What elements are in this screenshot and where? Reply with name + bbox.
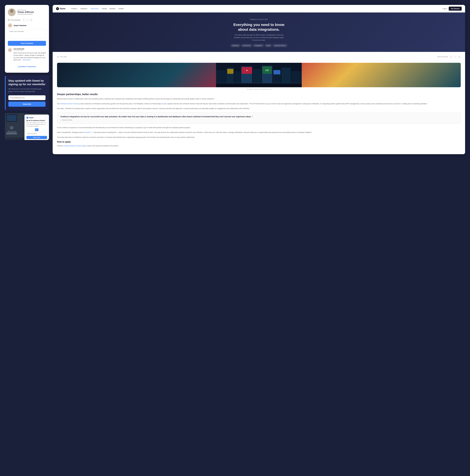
twitter-icon[interactable]: 𝕏 [22,18,25,21]
facebook-share-icon[interactable]: f [453,55,456,58]
newsletter-title: Stay updated with Sweet by signing up fo… [8,79,46,86]
tag-email[interactable]: Email [265,44,272,47]
person-image [5,113,24,137]
facebook-icon[interactable]: f [26,18,29,21]
chevron-icon: ▾ [99,8,99,9]
svg-rect-6 [7,131,16,134]
popup-modal-header: S Sweet ✕ [26,117,47,119]
split-link[interactable]: Split [163,103,166,105]
show-more-link[interactable]: Show More [23,59,31,61]
svg-text:LG: LG [266,69,269,71]
tag-row: Marketing Ecommerce Integrations Email C… [57,44,460,47]
comment-input[interactable] [8,29,46,39]
article-subtitle: This article walks through the different… [233,34,285,41]
svg-rect-24 [274,70,280,74]
popup-signup-button[interactable]: Sign me up! [26,136,47,139]
popup-brand: Sweet [29,117,34,119]
comment-card: WRITTEN BY Tomas Jefferson CEO @Sweet An… [5,5,49,73]
chevron-icon: ▾ [87,8,88,9]
chevron-icon: ▾ [77,8,78,9]
para-1: Beyond easier access to collaborative sa… [57,97,461,100]
commenter-avatar: JN [8,23,12,28]
nav-logo: S Sweet [56,7,65,10]
left-column: WRITTEN BY Tomas Jefferson CEO @Sweet An… [5,5,49,140]
svg-rect-23 [227,69,233,74]
nav-item-pricing[interactable]: Pricing [102,8,107,10]
subscribe-button[interactable]: Subscribe [8,102,46,107]
email-icon [35,128,38,131]
svg-rect-3 [7,115,17,121]
nav-item-solutions[interactable]: Solutions ▾ [80,8,88,10]
para-2: The mParticle Partner Portal is a direct… [57,102,461,105]
nav-item-partners[interactable]: Partners [109,8,115,10]
author-info: WRITTEN BY Tomas Jefferson CEO @Sweet An… [17,9,34,15]
popup-modal: S Sweet ✕ Be an E-commerce Expert! With … [24,115,49,140]
get-started-button[interactable]: Get Started [449,7,462,11]
comment-text: Wow! Thank you for the post it was very … [14,52,46,61]
certified-solutions-link[interactable]: Certified Solutions Partner page [63,145,86,147]
commenter-avatar-sm: LG [8,48,12,52]
tag-customer-service[interactable]: Customer Service [273,44,287,47]
svg-point-4 [10,126,14,130]
publish-date: Published on July 16, 2021 [57,18,460,20]
linkedin-share-icon[interactable]: in [458,55,461,58]
popup-dismiss[interactable]: No thanks, I'll stay in the dark. [26,140,47,140]
nav-actions: Log In Get Started [443,7,462,11]
nav-items: Product ▾ Solutions ▾ Resources ▾ Pricin… [71,8,439,10]
popup-title: Be an E-commerce Expert! [26,120,47,121]
para-3: She adds, "mParticle has always been a p… [57,107,461,110]
section-heading-2: How to apply [57,141,461,143]
right-column: S Sweet Product ▾ Solutions ▾ Resources … [53,5,465,154]
img-caption: The image is taken from shutterstock.com [57,88,461,90]
logo-icon: S [56,7,59,10]
comment-item: LG Lisa Gutowski 32 minutes ago Wow! Tha… [8,48,46,61]
blockquote: "Audience integrations are key for succe… [57,112,461,124]
comment-meta: 💬 24 Comments 𝕏 f in [8,18,46,21]
article-hero-image: ● LG [57,63,461,87]
author-name: Tomas Jefferson [17,11,34,13]
para-6: The portal will evolve as mParticle cont… [57,136,461,139]
popup-desc: With fresh insights, tips & news from ou… [26,122,47,127]
popup-close-button[interactable]: ✕ [46,117,47,119]
article-meta-bar: 🕐 4 min read Share the article: 𝕏 f in [57,55,461,60]
comment-time: 32 minutes ago [14,50,46,51]
para-7: Visit the Certified Solutions Partner pa… [57,144,461,147]
comment-body: Lisa Gutowski 32 minutes ago Wow! Thank … [14,48,46,61]
newsletter-desc: We'll keep you in the loop with everythi… [8,88,46,93]
twitter-share-icon[interactable]: 𝕏 [450,55,452,58]
clock-icon: 🕐 [57,56,59,58]
tag-ecommerce[interactable]: Ecommerce [241,44,252,47]
newsletter-card: Stay updated with Sweet by signing up fo… [5,75,49,111]
popup-bg: S Sweet ✕ Be an E-commerce Expert! With … [5,113,49,140]
popup-email-input[interactable] [26,132,47,135]
author-avatar [8,8,16,16]
para-4: As we continue to expand our reach domes… [57,126,461,129]
linkedin-icon[interactable]: in [30,18,33,21]
newsletter-email-input[interactable] [8,95,46,100]
blog-nav: S Sweet Product ▾ Solutions ▾ Resources … [53,5,465,13]
tag-integrations[interactable]: Integrations [253,44,264,47]
svg-rect-25 [216,83,302,87]
nav-item-contact[interactable]: Contact [118,8,124,10]
load-more-button[interactable]: Load More Comments [8,64,46,69]
tag-marketing[interactable]: Marketing [231,44,240,47]
author-section: WRITTEN BY Tomas Jefferson CEO @Sweet An… [8,8,46,16]
share-row: Share the article: 𝕏 f in [437,55,461,58]
blockquote-text: "Audience integrations are key for succe… [60,115,458,118]
social-icons: 𝕏 f in [22,18,33,21]
post-comment-button[interactable]: Post Comment [8,41,46,46]
chat-icon: 💬 [8,19,10,21]
para-5: Glenn Vanderlinden, Strategy Lead at Hum… [57,131,461,134]
nav-item-resources[interactable]: Resources ▾ [91,8,99,10]
svg-text:●: ● [246,69,248,72]
author-role: CEO @Sweet Analytics [17,13,34,15]
popup-card-wrapper: S Sweet ✕ Be an E-commerce Expert! With … [5,113,49,140]
svg-point-0 [10,9,14,13]
section-heading-1: Deeper partnerships, better results [57,93,461,96]
comments-count: 💬 24 Comments [8,19,20,21]
mparticle-link[interactable]: mParticle Partner Portal [60,103,77,105]
comment-author-name: Lisa Gutowski [14,48,46,50]
nav-item-product[interactable]: Product ▾ [71,8,78,10]
human37-link[interactable]: Human37 [84,131,91,133]
login-link[interactable]: Log In [443,8,447,10]
